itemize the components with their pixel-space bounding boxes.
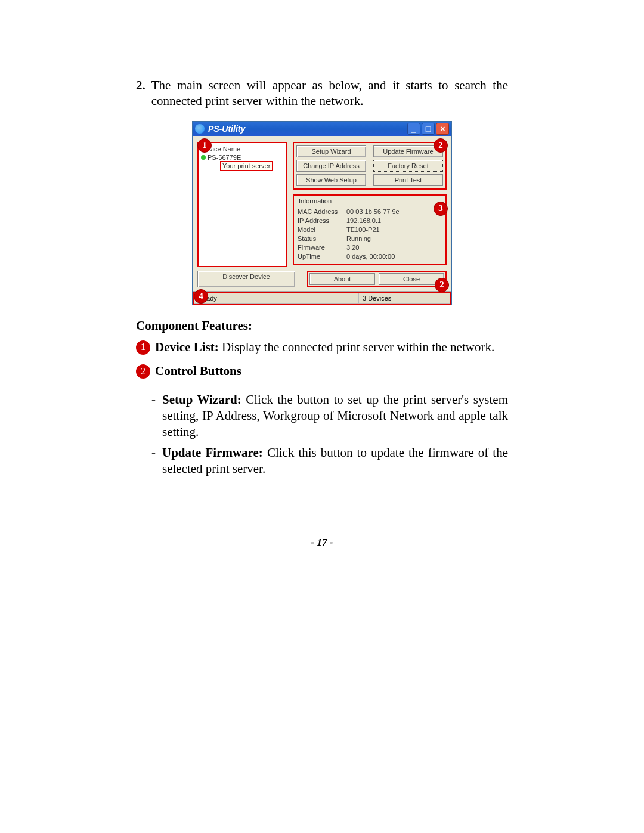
firmware-value: 3.20 <box>346 244 359 251</box>
model-value: TE100-P21 <box>346 226 380 233</box>
feature-1-text: Display the connected print server withi… <box>219 340 494 354</box>
features-heading: Component Features: <box>136 318 508 333</box>
intro-number: 2. <box>136 78 145 93</box>
feature-1-title: Device List: <box>155 340 219 354</box>
change-ip-button[interactable]: Change IP Address <box>296 160 366 172</box>
status-label: Status <box>298 235 346 242</box>
ip-value: 192.168.0.1 <box>346 217 381 224</box>
status-dot-icon <box>201 155 206 160</box>
callout-3: 3 <box>434 202 448 216</box>
feature-item-2: 2 Control Buttons <box>136 363 508 379</box>
titlebar: PS-Utility _ □ × <box>193 122 451 136</box>
maximize-button[interactable]: □ <box>422 123 435 135</box>
status-value: Running <box>346 235 371 242</box>
print-test-button[interactable]: Print Test <box>373 174 443 186</box>
device-list-header: Device Name <box>201 144 283 154</box>
ps-utility-window: PS-Utility _ □ × Device Name PS-56779E Y… <box>192 121 452 305</box>
mac-value: 00 03 1b 56 77 9e <box>346 208 400 215</box>
ip-label: IP Address <box>298 217 346 224</box>
callout-2-top: 2 <box>434 138 448 153</box>
device-list-panel: Device Name PS-56779E Your print server <box>197 142 287 267</box>
feature-2-sublist: Setup Wizard: Click the button to set up… <box>136 392 508 476</box>
show-web-setup-button[interactable]: Show Web Setup <box>296 174 366 186</box>
close-window-button[interactable]: × <box>436 123 449 135</box>
firmware-label: Firmware <box>298 244 346 251</box>
titlebar-buttons: _ □ × <box>407 123 449 135</box>
model-label: Model <box>298 226 346 233</box>
callout-1: 1 <box>197 138 212 153</box>
information-panel: Information MAC Address00 03 1b 56 77 9e… <box>293 194 447 265</box>
factory-reset-button[interactable]: Factory Reset <box>373 160 443 172</box>
minimize-button[interactable]: _ <box>407 123 420 135</box>
sub-item-update-firmware: Update Firmware: Click this button to up… <box>162 445 508 477</box>
window-title: PS-Utility <box>208 124 245 134</box>
device-row[interactable]: PS-56779E <box>201 154 283 161</box>
intro-paragraph: 2. The main screen will appear as below,… <box>136 78 508 109</box>
bullet-2-icon: 2 <box>136 364 150 379</box>
uptime-label: UpTime <box>298 253 346 260</box>
intro-text: The main screen will appear as below, an… <box>151 78 508 109</box>
discover-device-button[interactable]: Discover Device <box>197 271 295 287</box>
device-name-text: PS-56779E <box>208 154 241 161</box>
control-button-grid: Setup Wizard Update Firmware Change IP A… <box>293 142 447 190</box>
page-number: - 17 - <box>136 537 508 549</box>
callout-4: 4 <box>194 289 208 304</box>
setup-wizard-button[interactable]: Setup Wizard <box>296 145 366 157</box>
sub-item-setup-wizard: Setup Wizard: Click the button to set up… <box>162 392 508 440</box>
mac-label: MAC Address <box>298 208 346 215</box>
info-legend: Information <box>298 197 333 205</box>
about-button[interactable]: About <box>309 273 375 285</box>
status-ready: Ready <box>194 293 358 304</box>
features-section: Component Features: 1 Device List: Displ… <box>136 318 508 477</box>
uptime-value: 0 days, 00:00:00 <box>346 253 395 260</box>
feature-2-title: Control Buttons <box>155 363 242 379</box>
update-firmware-button[interactable]: Update Firmware <box>373 145 443 157</box>
status-bar: Ready 3 Devices <box>193 291 451 305</box>
app-icon <box>195 124 205 134</box>
status-device-count: 3 Devices <box>358 293 450 304</box>
callout-2-bottom: 2 <box>435 278 449 292</box>
bottom-button-group: About Close <box>307 271 447 287</box>
bullet-1-icon: 1 <box>136 340 150 355</box>
device-tooltip: Your print server <box>220 161 273 171</box>
feature-item-1: 1 Device List: Display the connected pri… <box>136 339 508 355</box>
